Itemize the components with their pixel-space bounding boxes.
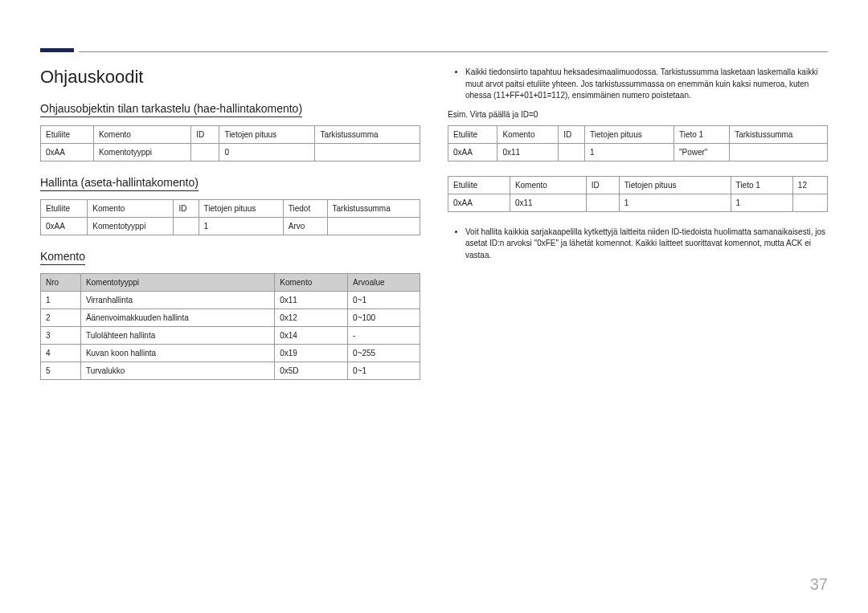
th: ID [586,176,619,194]
th: Tarkistussumma [730,125,828,143]
td [559,143,585,161]
th: Etuliite [448,176,510,194]
td [792,194,827,211]
td: 3 [41,327,81,345]
th: Tieto 1 [674,125,729,143]
td: "Power" [674,143,729,161]
bullet-broadcast-note: Voit hallita kaikkia sarjakaapelilla kyt… [465,227,828,262]
th: Tiedot [283,200,327,218]
td: 0 [219,144,315,161]
th: Tarkistussumma [315,126,420,144]
td: 0x5D [275,362,348,380]
td: 0x19 [275,345,348,362]
td: Kuvan koon hallinta [80,345,274,362]
table-commands: Nro Komentotyyppi Komento Arvoalue 1 Vir… [40,273,420,380]
td: 1 [585,143,674,161]
th: ID [559,125,585,143]
left-column: Ohjauskoodit Ohjausobjektin tilan tarkas… [40,67,420,394]
page-title: Ohjauskoodit [40,67,420,88]
th: Tietojen pituus [219,126,315,144]
th: 12 [792,176,827,194]
table-get-command: Etuliite Komento ID Tietojen pituus Tark… [40,125,420,161]
bullet-hex-note: Kaikki tiedonsiirto tapahtuu heksadesima… [465,67,828,102]
td: 2 [41,309,81,327]
td: - [348,327,420,345]
th: Tarkistussumma [327,200,420,218]
td: Arvo [283,218,327,235]
th: Tieto 1 [731,176,792,194]
section-heading-3: Komento [40,250,85,265]
td: 0x12 [275,309,348,327]
td [315,144,420,161]
td: 4 [41,345,81,362]
td: Komentotyyppi [88,218,174,235]
th: Etuliite [41,200,88,218]
td: Äänenvoimakkuuden hallinta [80,309,274,327]
th: Etuliite [41,126,94,144]
td: 0~100 [348,309,420,327]
td: Tulolähteen hallinta [80,327,274,345]
th: Tietojen pituus [619,176,731,194]
td: 0xAA [448,143,497,161]
td [174,218,199,235]
td [327,218,420,235]
section-heading-1: Ohjausobjektin tilan tarkastelu (hae-hal… [40,102,302,117]
th: Komento [510,176,586,194]
td: 0~1 [348,292,420,309]
table-row: 4 Kuvan koon hallinta 0x19 0~255 [41,345,420,362]
td: 0xAA [448,194,510,211]
td [191,144,219,161]
td: 0x11 [510,194,586,211]
th: Arvoalue [348,274,420,292]
th: ID [191,126,219,144]
td: Komentotyyppi [93,144,190,161]
th: Komento [497,125,559,143]
horizontal-rule [79,51,828,52]
accent-bar [40,48,74,52]
td: Virranhallinta [80,292,274,309]
td: 0x14 [275,327,348,345]
td: 0x11 [275,292,348,309]
table-set-command: Etuliite Komento ID Tietojen pituus Tied… [40,199,420,235]
td [586,194,619,211]
td: 0xAA [41,218,88,235]
th: Etuliite [448,125,497,143]
td: 0x11 [497,143,559,161]
th: Komento [93,126,190,144]
td: 0~255 [348,345,420,362]
table-row: 3 Tulolähteen hallinta 0x14 - [41,327,420,345]
th: Tietojen pituus [199,200,283,218]
th: Komento [275,274,348,292]
table-example-power: Etuliite Komento ID Tietojen pituus Tiet… [448,125,828,161]
example-text: Esim. Virta päällä ja ID=0 [448,110,828,119]
td: 0~1 [348,362,420,380]
td: 0xAA [41,144,94,161]
td: Turvalukko [80,362,274,380]
page-number: 37 [810,575,828,594]
th: ID [174,200,199,218]
right-column: Kaikki tiedonsiirto tapahtuu heksadesima… [448,67,828,394]
th: Komento [88,200,174,218]
section-heading-2: Hallinta (aseta-hallintakomento) [40,176,199,191]
td: 5 [41,362,81,380]
table-row: 5 Turvalukko 0x5D 0~1 [41,362,420,380]
td: 1 [41,292,81,309]
table-row: 2 Äänenvoimakkuuden hallinta 0x12 0~100 [41,309,420,327]
td [730,143,828,161]
td: 1 [619,194,731,211]
th: Komentotyyppi [80,274,274,292]
table-example-checksum: Etuliite Komento ID Tietojen pituus Tiet… [448,176,828,212]
table-row: 1 Virranhallinta 0x11 0~1 [41,292,420,309]
th: Nro [41,274,81,292]
th: Tietojen pituus [585,125,674,143]
td: 1 [731,194,792,211]
td: 1 [199,218,283,235]
